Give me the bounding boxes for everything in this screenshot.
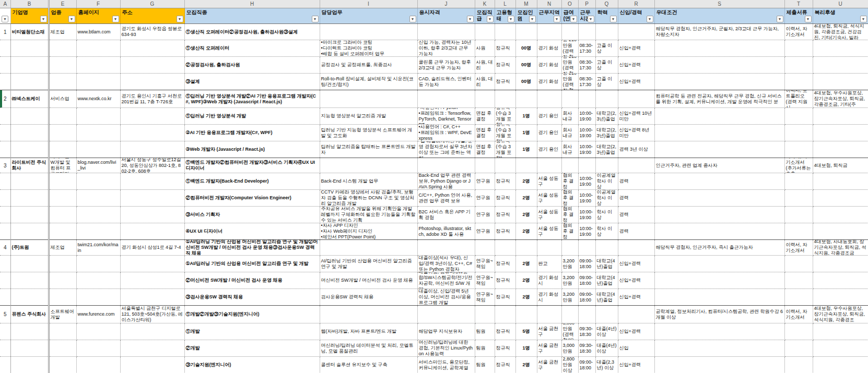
- cell-H-r10[interactable]: ①백엔드 개발자(Back-End Developer): [184, 173, 320, 190]
- filter-dropdown-icon[interactable]: ▼: [860, 16, 867, 22]
- cell-E-r19[interactable]: [49, 323, 76, 340]
- cell-B-r2[interactable]: [10, 40, 49, 57]
- cell-S-r4[interactable]: [654, 74, 784, 90]
- cell-N-r9[interactable]: [537, 158, 561, 173]
- cell-U-r15[interactable]: [813, 256, 868, 272]
- cell-S-r10[interactable]: [654, 173, 784, 190]
- cell-H-r18[interactable]: ①개발②개발③기술지원(엔지니어): [184, 306, 320, 323]
- cell-K-r2[interactable]: 사원: [475, 40, 495, 57]
- cell-J-r3[interactable]: 클린룸 근무 가능자, 향후 2/3교대 근무 가능자: [417, 57, 475, 74]
- cell-I-r8[interactable]: 딥러닝 알고리즘을 탑재하는 프론트엔드 개발자: [320, 141, 417, 158]
- cell-S-r12[interactable]: [654, 207, 784, 223]
- cell-A-r6[interactable]: [0, 108, 10, 125]
- cell-B-r7[interactable]: [10, 125, 49, 141]
- cell-T-r20[interactable]: [784, 340, 813, 357]
- cell-O-r3[interactable]: 고졸초봉 210만원 (경력직 협의): [561, 57, 578, 74]
- cell-K-r5[interactable]: [475, 90, 495, 108]
- cell-E-r7[interactable]: [49, 125, 76, 141]
- cell-I-r20[interactable]: 머신러닝/딥러닝 데이터분석 및 처리, 모델튜닝, 모델 품질관리: [320, 340, 417, 357]
- cell-F-r17[interactable]: [76, 289, 120, 306]
- cell-Q-r21[interactable]: 대졸(2,3년) 이상: [595, 357, 618, 373]
- cell-E-r14[interactable]: 제조업: [49, 240, 76, 256]
- cell-Q-r2[interactable]: 고졸 이상: [595, 40, 618, 57]
- cell-Q-r11[interactable]: 이공계열 학사 이상: [595, 190, 618, 207]
- cell-B-r9[interactable]: 라이트비전 주식회사: [10, 158, 49, 173]
- cell-U-r21[interactable]: [813, 357, 868, 373]
- cell-H-r13[interactable]: ④UX UI 디자이너: [184, 223, 320, 240]
- cell-H-r7[interactable]: ②AI 기반 응용프로그램 개발자(C#, WPF): [184, 125, 320, 141]
- cell-J-r10[interactable]: Back-End 업무 관련 경력 보유, Python Django or J…: [417, 173, 475, 190]
- cell-L-r1[interactable]: [495, 24, 515, 40]
- cell-N-r5[interactable]: [537, 90, 561, 108]
- cell-R-r4[interactable]: 신입+경력: [618, 74, 654, 90]
- cell-K-r10[interactable]: 연구원: [475, 173, 495, 190]
- column-letter-R[interactable]: R: [618, 0, 654, 8]
- cell-O-r20[interactable]: 3,000만원: [561, 340, 578, 357]
- cell-O-r8[interactable]: 회사 내규: [561, 141, 578, 158]
- cell-L-r10[interactable]: 정규직: [495, 173, 515, 190]
- cell-Q-r1[interactable]: [595, 24, 618, 40]
- cell-R-r11[interactable]: 경력: [618, 190, 654, 207]
- cell-H-r11[interactable]: ②컴퓨터비전 개발자(Computer Vision Engineer): [184, 190, 320, 207]
- cell-G-r13[interactable]: [120, 223, 184, 240]
- cell-S-r18[interactable]: 공학계열, 정보처리기사, 컴퓨터/시스템공학, 관련 학원수강 6개월 이상: [654, 306, 784, 323]
- cell-E-r12[interactable]: [49, 207, 76, 223]
- cell-I-r16[interactable]: 머신비전 SW개발 / 머신비전 검사 운영 채용: [320, 272, 417, 289]
- cell-L-r21[interactable]: 정규직: [495, 357, 515, 373]
- cell-E-r5[interactable]: 서비스업: [49, 90, 76, 108]
- cell-E-r18[interactable]: 소프트웨어개발: [49, 306, 76, 323]
- cell-S-r11[interactable]: [654, 190, 784, 207]
- cell-A-r11[interactable]: [0, 190, 10, 207]
- cell-L-r8[interactable]: 정규직 (수습 3개월 포함): [495, 141, 515, 158]
- cell-U-r3[interactable]: [813, 57, 868, 74]
- cell-A-r12[interactable]: [0, 207, 10, 223]
- cell-P-r21[interactable]: 09:00-18:00: [578, 357, 595, 373]
- cell-K-r9[interactable]: [475, 158, 495, 173]
- cell-B-r15[interactable]: [10, 256, 49, 272]
- cell-I-r12[interactable]: 주차공유 서비스 개발을 위해 기획안을 개발 레벨까지 구체화하여 필요한 기…: [320, 207, 417, 223]
- cell-S-r19[interactable]: [654, 323, 784, 340]
- cell-I-r17[interactable]: 검사운용SW 경력직 채용: [320, 289, 417, 306]
- cell-K-r21[interactable]: 팀원: [475, 357, 495, 373]
- cell-J-r13[interactable]: Photoshop, illustrator, sktch, adobe XD …: [417, 223, 475, 240]
- cell-T-r16[interactable]: [784, 272, 813, 289]
- column-letter-T[interactable]: T: [784, 0, 813, 8]
- cell-A-r2[interactable]: [0, 40, 10, 57]
- column-letter-P[interactable]: P: [578, 0, 595, 8]
- cell-I-r1[interactable]: [320, 24, 417, 40]
- cell-K-r11[interactable]: 연구원: [475, 190, 495, 207]
- cell-I-r15[interactable]: AI/딥러닝 기반의 산업용 머신비전 알고리즘 연구 및 개발: [320, 256, 417, 272]
- cell-S-r8[interactable]: [654, 141, 784, 158]
- cell-P-r14[interactable]: [578, 240, 595, 256]
- cell-A-r16[interactable]: [0, 272, 10, 289]
- cell-K-r4[interactable]: 사원, 대리: [475, 74, 495, 90]
- cell-N-r8[interactable]: 경기 용인: [537, 141, 561, 158]
- cell-P-r6[interactable]: 10:00-19:00: [578, 108, 595, 125]
- cell-R-r6[interactable]: 신입+경력 10년 미만: [618, 108, 654, 125]
- cell-H-r5[interactable]: ①딥러닝 기반 영상분석 개발②AI 기반 응용프로그램 개발자(C#, WPF…: [184, 90, 320, 108]
- filter-dropdown-icon[interactable]: ▼: [647, 16, 653, 22]
- cell-S-r1[interactable]: 해당직무 경험자, 인근거주자, 군필자, 2/3교대 근무 가능자, 차량소지…: [654, 24, 784, 40]
- cell-R-r17[interactable]: 신입+경력: [618, 289, 654, 306]
- cell-F-r14[interactable]: twim21.com/kor/main: [76, 240, 120, 256]
- cell-T-r5[interactable]: 이력서, 포트폴리오 (경력 지원시: [784, 90, 813, 108]
- cell-B-r5[interactable]: ㈜넥스트케이: [10, 90, 49, 108]
- cell-S-r21[interactable]: [654, 357, 784, 373]
- cell-O-r4[interactable]: 고졸초봉 210만원 (경력직 협의): [561, 74, 578, 90]
- cell-Q-r9[interactable]: [595, 158, 618, 173]
- cell-U-r2[interactable]: [813, 40, 868, 57]
- cell-E-r8[interactable]: [49, 141, 76, 158]
- cell-R-r19[interactable]: 신입+경력: [618, 323, 654, 340]
- cell-I-r4[interactable]: Roll-to-Roll 장비설계, 설비제작 및 시운전(코팅/건조/합지): [320, 74, 417, 90]
- cell-L-r9[interactable]: [495, 158, 515, 173]
- cell-T-r13[interactable]: [784, 223, 813, 240]
- cell-P-r18[interactable]: [578, 306, 595, 323]
- cell-M-r3[interactable]: 00명: [515, 57, 537, 74]
- column-letter-O[interactable]: O: [561, 0, 578, 8]
- cell-G-r3[interactable]: [120, 57, 184, 74]
- cell-P-r4[interactable]: 08:30-17:30: [578, 74, 595, 90]
- cell-K-r12[interactable]: 연구원: [475, 207, 495, 223]
- cell-H-r3[interactable]: ②공정검사원, 출하검사원: [184, 57, 320, 74]
- cell-R-r18[interactable]: [618, 306, 654, 323]
- cell-Q-r14[interactable]: [595, 240, 618, 256]
